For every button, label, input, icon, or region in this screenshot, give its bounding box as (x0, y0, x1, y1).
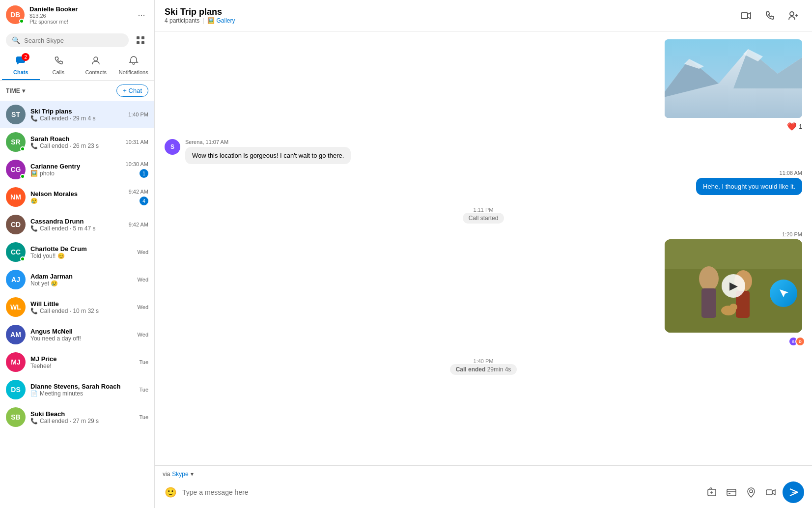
location-button[interactable] (743, 484, 759, 500)
mini-avatar-2: D (795, 337, 805, 346)
chat-avatar: SR (6, 132, 26, 152)
chat-name: Suki Beach (30, 410, 134, 418)
contacts-icon (90, 55, 101, 68)
chat-info: Cassandra Drunn 📞 Call ended · 5 m 47 s (30, 218, 124, 232)
via-skype-label: via Skype ▾ (163, 471, 804, 478)
chat-time: Wed (138, 249, 148, 255)
call-button[interactable] (761, 7, 779, 25)
video-call-button[interactable] (737, 7, 755, 25)
chat-item-will-little[interactable]: WL Will Little 📞 Call ended · 10 m 32 s … (0, 293, 154, 321)
grid-button[interactable] (133, 32, 148, 48)
chat-preview: 📞 Call ended · 27 m 29 s (30, 418, 134, 424)
message-content: Serena, 11:07 AM Wow this location is go… (185, 139, 351, 164)
svg-line-35 (790, 489, 798, 492)
video-send-button[interactable] (763, 484, 779, 500)
chat-item-dianne-stevens[interactable]: DS Dianne Stevens, Sarah Roach 📄 Meeting… (0, 376, 154, 403)
tab-chats[interactable]: 2 Chats (2, 51, 40, 80)
own-message-container: 11:08 AM Hehe, I thought you would like … (165, 170, 802, 195)
online-dot (20, 174, 25, 179)
chevron-down-icon: ▾ (22, 87, 25, 94)
chat-item-cassandra-drunn[interactable]: CD Cassandra Drunn 📞 Call ended · 5 m 47… (0, 211, 154, 238)
chat-time: Wed (138, 304, 148, 310)
chat-avatar: AM (6, 325, 26, 344)
preview-icon: 📞 (30, 418, 38, 424)
chat-item-ski-trip[interactable]: ST Ski Trip plans 📞 Call ended · 29 m 4 … (0, 101, 154, 128)
add-people-button[interactable] (784, 7, 802, 25)
preview-icon: 🖼️ (30, 170, 38, 177)
svg-rect-3 (141, 41, 144, 44)
message-input[interactable] (182, 488, 700, 496)
chat-item-sarah-roach[interactable]: SR Sarah Roach 📞 Call ended · 26 m 23 s … (0, 128, 154, 156)
search-input[interactable] (24, 37, 123, 44)
chat-preview: 📄 Meeting minutes (30, 390, 134, 397)
chat-item-charlotte-de-crum[interactable]: CC Charlotte De Crum Told you!! 😊 Wed (0, 238, 154, 266)
chat-time: 9:42 AM (129, 189, 148, 195)
chat-name: Ski Trip plans (30, 108, 123, 115)
search-bar: 🔍 (0, 29, 154, 51)
chat-info: Adam Jarman Not yet 😢 (30, 273, 133, 287)
chat-time: Tue (139, 387, 148, 393)
new-chat-button[interactable]: + Chat (116, 85, 148, 97)
more-button[interactable]: ··· (135, 8, 148, 22)
emoji-button[interactable]: 🙂 (163, 484, 178, 500)
chat-avatar: CC (6, 242, 26, 262)
chat-meta: Wed (138, 304, 148, 310)
chat-time: Tue (139, 414, 148, 420)
chat-input-area: via Skype ▾ 🙂 (155, 465, 812, 508)
chat-avatar: SB (6, 407, 26, 427)
chat-preview: 📞 Call ended · 29 m 4 s (30, 115, 123, 122)
tab-notifications[interactable]: Notifications (115, 51, 153, 80)
chat-name: Charlotte De Crum (30, 245, 133, 253)
chat-info: MJ Price Teehee! (30, 355, 134, 369)
preview-icon: 📞 (30, 308, 38, 314)
play-button[interactable]: ▶ (722, 274, 745, 298)
chat-name: Carianne Gentry (30, 163, 121, 170)
chevron-down-icon-skype[interactable]: ▾ (191, 471, 194, 478)
chat-name: MJ Price (30, 355, 134, 363)
chat-item-nelson-morales[interactable]: NM Nelson Morales 😢 9:42 AM 4 (0, 183, 154, 211)
chat-meta: 10:31 AM (126, 139, 148, 145)
chat-time: 9:42 AM (129, 222, 148, 227)
svg-marker-5 (17, 63, 19, 64)
chats-label: Chats (13, 69, 28, 75)
chat-avatar: AJ (6, 270, 26, 289)
svg-rect-33 (766, 490, 772, 495)
tab-contacts[interactable]: Contacts (77, 51, 115, 80)
chat-avatar: ST (6, 105, 26, 124)
online-dot (20, 146, 25, 151)
send-button[interactable] (783, 481, 804, 503)
profile-balance: $13,26 (29, 13, 130, 19)
gallery-link[interactable]: 🖼️ Gallery (207, 17, 235, 24)
profile-bar: DB Danielle Booker $13,26 Plz sponsor me… (0, 0, 154, 29)
payment-button[interactable] (724, 484, 739, 500)
chat-item-mj-price[interactable]: MJ MJ Price Teehee! Tue (0, 348, 154, 376)
notifications-icon (128, 55, 139, 68)
chat-item-adam-jarman[interactable]: AJ Adam Jarman Not yet 😢 Wed (0, 266, 154, 293)
chat-preview: 📞 Call ended · 5 m 47 s (30, 225, 124, 232)
video-message-time: 1:20 PM (782, 231, 802, 237)
chat-info: Angus McNeil You need a day off! (30, 328, 133, 342)
chat-header-info: Ski Trip plans 4 participants | 🖼️ Galle… (165, 7, 737, 24)
preview-icon: 📞 (30, 115, 38, 122)
chat-name: Adam Jarman (30, 273, 133, 280)
tab-calls[interactable]: Calls (40, 51, 78, 80)
nav-tabs: 2 Chats Calls Contacts (0, 51, 154, 81)
chat-meta: 1:40 PM (128, 112, 148, 117)
skype-link[interactable]: Skype (172, 471, 188, 478)
chat-meta: 10:30 AM 1 (126, 161, 148, 178)
sender-avatar: S (165, 139, 180, 155)
svg-line-34 (790, 492, 798, 496)
chat-item-angus-mcneil[interactable]: AM Angus McNeil You need a day off! Wed (0, 321, 154, 348)
chat-meta: Wed (138, 332, 148, 338)
chat-item-suki-beach[interactable]: SB Suki Beach 📞 Call ended · 27 m 29 s T… (0, 403, 154, 431)
svg-point-8 (790, 12, 794, 16)
attach-file-button[interactable] (704, 484, 720, 500)
preview-icon: 📞 (30, 142, 38, 149)
chat-item-carianne-gentry[interactable]: CG Carianne Gentry 🖼️ photo 10:30 AM 1 (0, 156, 154, 183)
notifications-label: Notifications (119, 69, 148, 75)
profile-info: Danielle Booker $13,26 Plz sponsor me! (29, 5, 130, 25)
chat-header: Ski Trip plans 4 participants | 🖼️ Galle… (155, 0, 812, 31)
chat-time: 10:30 AM (126, 161, 148, 167)
chat-meta: 9:42 AM (129, 222, 148, 227)
time-filter[interactable]: TIME ▾ (6, 87, 25, 94)
